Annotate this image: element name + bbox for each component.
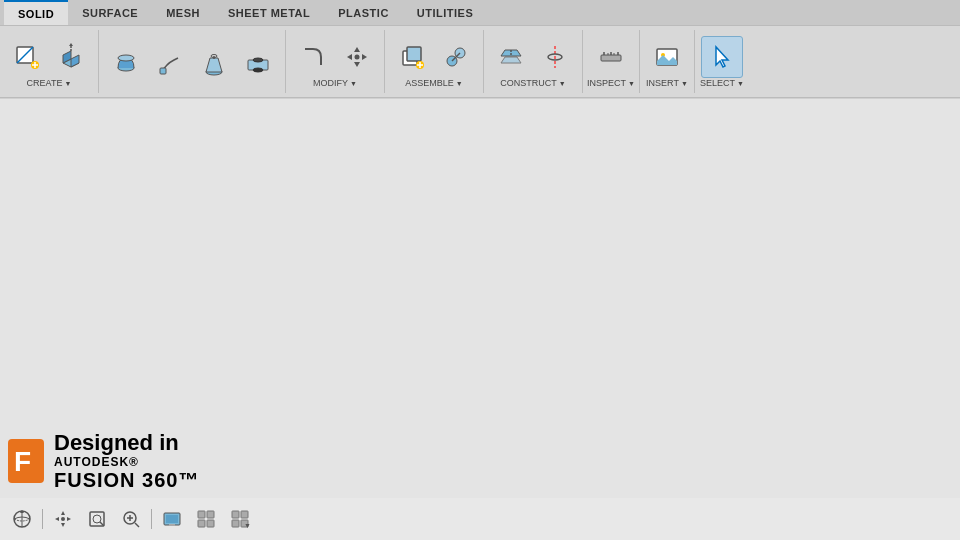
tab-solid[interactable]: SOLID [4, 0, 68, 25]
select-group-label[interactable]: SELECT ▼ [700, 78, 744, 91]
svg-marker-22 [347, 54, 352, 60]
construct-dropdown-arrow: ▼ [559, 80, 566, 87]
svg-marker-20 [354, 47, 360, 52]
branding: F Designed in AUTODESK® FUSION 360™ [8, 431, 199, 492]
svg-marker-21 [354, 62, 360, 67]
inspect-dropdown-arrow: ▼ [628, 80, 635, 87]
create-dropdown-arrow: ▼ [64, 80, 71, 87]
svg-marker-54 [61, 523, 65, 527]
select-dropdown-arrow: ▼ [737, 80, 744, 87]
tab-mesh[interactable]: MESH [152, 0, 214, 25]
autodesk-label: AUTODESK® [54, 455, 199, 469]
modify-dropdown-arrow: ▼ [350, 80, 357, 87]
svg-marker-55 [55, 517, 59, 521]
insert-dropdown-arrow: ▼ [681, 80, 688, 87]
svg-marker-47 [716, 47, 728, 67]
svg-rect-67 [169, 524, 175, 526]
svg-point-57 [61, 517, 65, 521]
zoom-button[interactable] [117, 505, 145, 533]
select-button[interactable] [701, 36, 743, 78]
svg-marker-14 [206, 58, 222, 72]
joint-button[interactable] [435, 36, 477, 78]
tab-surface[interactable]: SURFACE [68, 0, 152, 25]
insert-image-button[interactable] [646, 36, 688, 78]
designed-in-label: Designed in [54, 431, 199, 455]
bottom-separator-1 [42, 509, 43, 529]
toolbar-group-create-extra [99, 30, 286, 93]
svg-point-19 [253, 68, 263, 72]
svg-marker-9 [69, 43, 73, 46]
sweep-button[interactable] [149, 43, 191, 85]
construct-group-label[interactable]: CONSTRUCT ▼ [500, 78, 565, 91]
modify-group-label[interactable]: MODIFY ▼ [313, 78, 357, 91]
svg-point-11 [118, 55, 134, 61]
svg-marker-56 [67, 517, 71, 521]
fillet-button[interactable] [292, 36, 334, 78]
svg-rect-74 [232, 520, 239, 527]
svg-rect-66 [166, 515, 178, 523]
icon-toolbar: CREATE ▼ [0, 26, 960, 98]
toolbar-group-select: SELECT ▼ [695, 30, 749, 93]
toolbar-group-assemble: ASSEMBLE ▼ [385, 30, 484, 93]
svg-marker-7 [71, 55, 79, 67]
new-sketch-button[interactable] [6, 36, 48, 78]
bottom-separator-2 [151, 509, 152, 529]
assemble-group-label[interactable]: ASSEMBLE ▼ [405, 78, 462, 91]
new-component-button[interactable] [391, 36, 433, 78]
offset-plane-button[interactable] [490, 36, 532, 78]
svg-rect-70 [198, 520, 205, 527]
toolbar-group-construct: CONSTRUCT ▼ [484, 30, 583, 93]
tab-utilities[interactable]: UTILITIES [403, 0, 487, 25]
fit-button[interactable] [83, 505, 111, 533]
svg-rect-26 [407, 47, 421, 61]
toolbar-group-fillet: MODIFY ▼ [286, 30, 385, 93]
svg-line-62 [135, 523, 139, 527]
hole-button[interactable] [237, 43, 279, 85]
fusion-logo-icon: F [8, 439, 44, 483]
pan-button[interactable] [49, 505, 77, 533]
svg-rect-71 [207, 520, 214, 527]
svg-text:F: F [14, 446, 31, 477]
svg-marker-33 [501, 57, 521, 63]
fusion-label: FUSION 360™ [54, 469, 199, 492]
svg-point-59 [93, 515, 101, 523]
svg-rect-72 [232, 511, 239, 518]
svg-rect-12 [160, 68, 166, 74]
create-group-label[interactable]: CREATE ▼ [27, 78, 72, 91]
tab-sheet-metal[interactable]: SHEET METAL [214, 0, 324, 25]
svg-point-24 [355, 55, 360, 60]
toolbar-group-insert: INSERT ▼ [640, 30, 695, 93]
assemble-dropdown-arrow: ▼ [456, 80, 463, 87]
display-settings-button[interactable] [158, 505, 186, 533]
svg-rect-38 [601, 55, 621, 61]
toolbar-group-inspect: INSPECT ▼ [583, 30, 640, 93]
tab-plastic[interactable]: PLASTIC [324, 0, 403, 25]
tab-row: SOLID SURFACE MESH SHEET METAL PLASTIC U… [0, 0, 960, 26]
svg-point-18 [253, 58, 263, 62]
svg-rect-73 [241, 511, 248, 518]
move-copy-button[interactable] [336, 36, 378, 78]
insert-group-label[interactable]: INSERT ▼ [646, 78, 688, 91]
measure-button[interactable] [590, 36, 632, 78]
inspect-group-label[interactable]: INSPECT ▼ [587, 78, 635, 91]
orbit-button[interactable] [8, 505, 36, 533]
svg-rect-68 [198, 511, 205, 518]
svg-marker-23 [362, 54, 367, 60]
svg-rect-69 [207, 511, 214, 518]
revolve-button[interactable] [105, 43, 147, 85]
branding-text: Designed in AUTODESK® FUSION 360™ [54, 431, 199, 492]
grid-button[interactable] [192, 505, 220, 533]
extrude-button[interactable] [50, 36, 92, 78]
axis-button[interactable] [534, 36, 576, 78]
grid-settings-button[interactable]: ▼ [226, 505, 254, 533]
svg-text:▼: ▼ [244, 522, 250, 529]
svg-marker-53 [61, 511, 65, 515]
loft-button[interactable] [193, 43, 235, 85]
bottom-bar: ▼ [0, 498, 960, 540]
toolbar-group-create: CREATE ▼ [0, 30, 99, 93]
